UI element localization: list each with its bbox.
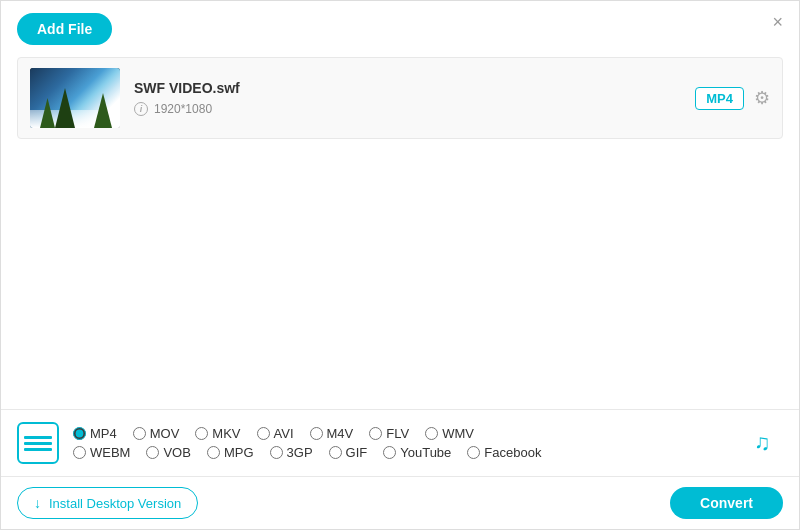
header: Add File × bbox=[1, 1, 799, 57]
format-option-mpg[interactable]: MPG bbox=[207, 445, 254, 460]
format-option-wmv[interactable]: WMV bbox=[425, 426, 474, 441]
format-option-gif[interactable]: GIF bbox=[329, 445, 368, 460]
video-format-icon-area bbox=[13, 418, 63, 468]
format-option-facebook[interactable]: Facebook bbox=[467, 445, 541, 460]
music-icon-area: ♫ bbox=[737, 418, 787, 468]
info-icon: i bbox=[134, 102, 148, 116]
format-option-flv[interactable]: FLV bbox=[369, 426, 409, 441]
format-option-mp4[interactable]: MP4 bbox=[73, 426, 117, 441]
bottom-toolbar: MP4 MOV MKV AVI M4V FLV WM bbox=[1, 409, 799, 529]
format-radio-mp4[interactable] bbox=[73, 427, 86, 440]
format-radio-avi[interactable] bbox=[257, 427, 270, 440]
format-row-2: WEBM VOB MPG 3GP GIF YouTube bbox=[73, 445, 729, 460]
film-line-1 bbox=[24, 436, 52, 439]
file-item: SWF VIDEO.swf i 1920*1080 MP4 ⚙ bbox=[18, 58, 782, 138]
convert-button[interactable]: Convert bbox=[670, 487, 783, 519]
file-meta: i 1920*1080 bbox=[134, 102, 695, 116]
file-name: SWF VIDEO.swf bbox=[134, 80, 695, 96]
empty-area bbox=[1, 139, 799, 379]
format-option-youtube[interactable]: YouTube bbox=[383, 445, 451, 460]
format-row-1: MP4 MOV MKV AVI M4V FLV WM bbox=[73, 426, 729, 441]
format-option-m4v[interactable]: M4V bbox=[310, 426, 354, 441]
format-radio-mov[interactable] bbox=[133, 427, 146, 440]
format-option-avi[interactable]: AVI bbox=[257, 426, 294, 441]
film-line-3 bbox=[24, 448, 52, 451]
download-icon: ↓ bbox=[34, 495, 41, 511]
file-list: SWF VIDEO.swf i 1920*1080 MP4 ⚙ bbox=[17, 57, 783, 139]
format-radio-youtube[interactable] bbox=[383, 446, 396, 459]
format-radio-webm[interactable] bbox=[73, 446, 86, 459]
format-option-3gp[interactable]: 3GP bbox=[270, 445, 313, 460]
install-button-label: Install Desktop Version bbox=[49, 496, 181, 511]
file-info: SWF VIDEO.swf i 1920*1080 bbox=[134, 80, 695, 116]
action-row: ↓ Install Desktop Version Convert bbox=[1, 477, 799, 529]
format-badge[interactable]: MP4 bbox=[695, 87, 744, 110]
video-film-icon bbox=[17, 422, 59, 464]
format-radio-m4v[interactable] bbox=[310, 427, 323, 440]
format-radio-gif[interactable] bbox=[329, 446, 342, 459]
format-option-mkv[interactable]: MKV bbox=[195, 426, 240, 441]
film-line-2 bbox=[24, 442, 52, 445]
format-option-mov[interactable]: MOV bbox=[133, 426, 180, 441]
file-actions: MP4 ⚙ bbox=[695, 87, 770, 110]
format-radio-wmv[interactable] bbox=[425, 427, 438, 440]
format-radio-flv[interactable] bbox=[369, 427, 382, 440]
format-radio-3gp[interactable] bbox=[270, 446, 283, 459]
format-radio-mkv[interactable] bbox=[195, 427, 208, 440]
format-options: MP4 MOV MKV AVI M4V FLV WM bbox=[73, 426, 729, 460]
install-desktop-button[interactable]: ↓ Install Desktop Version bbox=[17, 487, 198, 519]
format-option-vob[interactable]: VOB bbox=[146, 445, 190, 460]
music-note-icon: ♫ bbox=[754, 430, 771, 456]
format-radio-facebook[interactable] bbox=[467, 446, 480, 459]
file-resolution: 1920*1080 bbox=[154, 102, 212, 116]
add-file-button[interactable]: Add File bbox=[17, 13, 112, 45]
close-button[interactable]: × bbox=[772, 13, 783, 31]
format-option-webm[interactable]: WEBM bbox=[73, 445, 130, 460]
file-thumbnail bbox=[30, 68, 120, 128]
film-strip bbox=[24, 436, 52, 451]
format-row: MP4 MOV MKV AVI M4V FLV WM bbox=[1, 410, 799, 477]
format-radio-vob[interactable] bbox=[146, 446, 159, 459]
format-radio-mpg[interactable] bbox=[207, 446, 220, 459]
settings-icon[interactable]: ⚙ bbox=[754, 87, 770, 109]
